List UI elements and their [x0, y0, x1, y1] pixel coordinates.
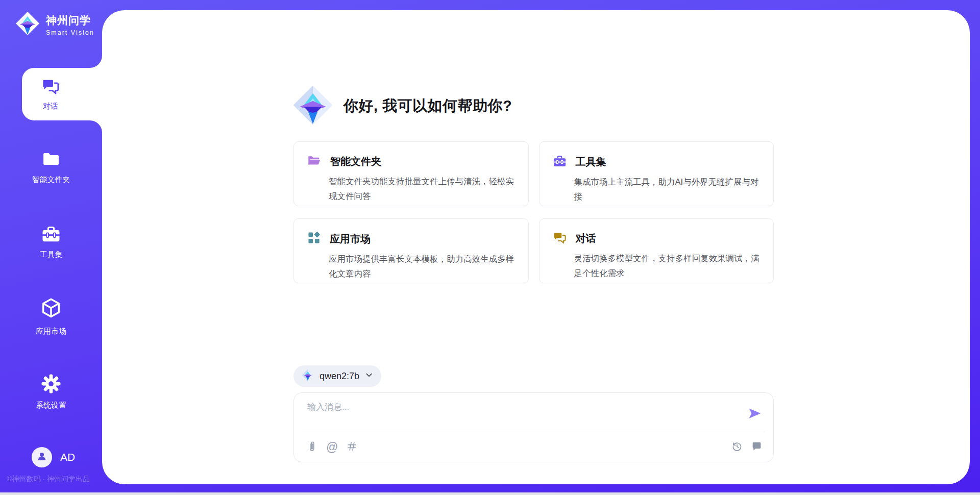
bottom-scroll-strip[interactable]: [0, 492, 980, 495]
sidebar-item-chat[interactable]: 对话: [22, 68, 102, 120]
gear-icon: [41, 374, 61, 395]
mention-icon: @: [326, 441, 338, 453]
chat-bubbles-icon: [41, 78, 60, 97]
brand-subtitle: Smart Vision: [46, 29, 94, 36]
brand-diamond-icon: [15, 11, 40, 38]
toolbox-icon: [41, 225, 61, 245]
model-selector[interactable]: qwen2:7b: [293, 365, 381, 387]
briefcase-icon: [553, 154, 567, 169]
sidebar-item-toolbox[interactable]: 工具集: [0, 225, 102, 260]
sidebar-item-label: 工具集: [40, 250, 63, 260]
greeting-text: 你好, 我可以如何帮助你?: [344, 96, 512, 116]
card-app-market[interactable]: 应用市场 应用市场提供丰富长文本模板，助力高效生成多样化文章内容: [293, 218, 529, 283]
composer-toolbar: @: [306, 438, 762, 456]
attachment-icon: [306, 440, 317, 455]
card-chat[interactable]: 对话 灵活切换多模型文件，支持多样回复效果调试，满足个性化需求: [539, 218, 774, 283]
card-description: 集成市场上主流工具，助力AI与外界无缝扩展与对接: [574, 175, 761, 204]
feature-cards: 智能文件夹 智能文件夹功能支持批量文件上传与清洗，轻松实现文件问答 工具集 集成…: [293, 141, 774, 283]
sidebar-item-smart-folder[interactable]: 智能文件夹: [0, 151, 102, 185]
avatar: [32, 447, 52, 467]
card-toolbox[interactable]: 工具集 集成市场上主流工具，助力AI与外界无缝扩展与对接: [539, 141, 774, 206]
active-tab-top-fillet: [90, 56, 102, 68]
card-smart-folder[interactable]: 智能文件夹 智能文件夹功能支持批量文件上传与清洗，轻松实现文件问答: [293, 141, 529, 206]
sidebar-item-label: 对话: [43, 102, 58, 111]
sidebar-footer-credit: ©神州数码 · 神州问学出品: [7, 475, 104, 484]
active-tab-bottom-fillet: [90, 120, 102, 133]
sidebar-item-label: 智能文件夹: [32, 175, 70, 185]
composer-divider: [302, 432, 765, 432]
chevron-down-icon: [365, 371, 373, 381]
user-account[interactable]: AD: [32, 447, 75, 467]
greeting-block: 你好, 我可以如何帮助你?: [292, 85, 512, 128]
card-description: 智能文件夹功能支持批量文件上传与清洗，轻松实现文件问答: [329, 174, 515, 204]
attach-file-button[interactable]: [306, 440, 317, 455]
card-description: 灵活切换多模型文件，支持多样回复效果调试，满足个性化需求: [574, 251, 761, 281]
sidebar-item-app-market[interactable]: 应用市场: [0, 297, 102, 336]
send-button[interactable]: [748, 406, 762, 420]
cube-icon: [40, 297, 62, 321]
brand-name: 神州问学: [46, 13, 94, 28]
comment-button[interactable]: [751, 441, 762, 453]
card-title: 工具集: [576, 155, 606, 169]
sidebar-item-label: 系统设置: [36, 401, 66, 410]
hashtag-button[interactable]: [347, 441, 357, 453]
card-description: 应用市场提供丰富长文本模板，助力高效生成多样化文章内容: [329, 252, 515, 281]
card-title: 智能文件夹: [330, 155, 381, 168]
sidebar-item-settings[interactable]: 系统设置: [0, 374, 102, 410]
send-icon: [748, 414, 762, 422]
card-title: 应用市场: [330, 232, 371, 246]
mention-button[interactable]: @: [326, 441, 338, 453]
open-folder-icon: [307, 154, 321, 169]
greeting-diamond-icon: [292, 85, 333, 128]
app-grid-icon: [307, 231, 321, 246]
sidebar-item-label: 应用市场: [36, 327, 66, 336]
model-diamond-icon: [302, 369, 314, 383]
model-name: qwen2:7b: [320, 371, 359, 382]
chat-bubbles-icon: [553, 231, 567, 246]
person-icon: [36, 450, 48, 464]
card-title: 对话: [576, 232, 596, 245]
message-input[interactable]: [307, 401, 738, 428]
brand-logo: 神州问学 Smart Vision: [15, 11, 102, 38]
history-button[interactable]: [731, 441, 743, 454]
composer: @: [293, 392, 774, 462]
history-icon: [731, 441, 743, 454]
hashtag-icon: [347, 441, 357, 453]
comment-icon: [751, 441, 762, 453]
folder-icon: [41, 151, 61, 170]
user-initials: AD: [60, 451, 75, 463]
